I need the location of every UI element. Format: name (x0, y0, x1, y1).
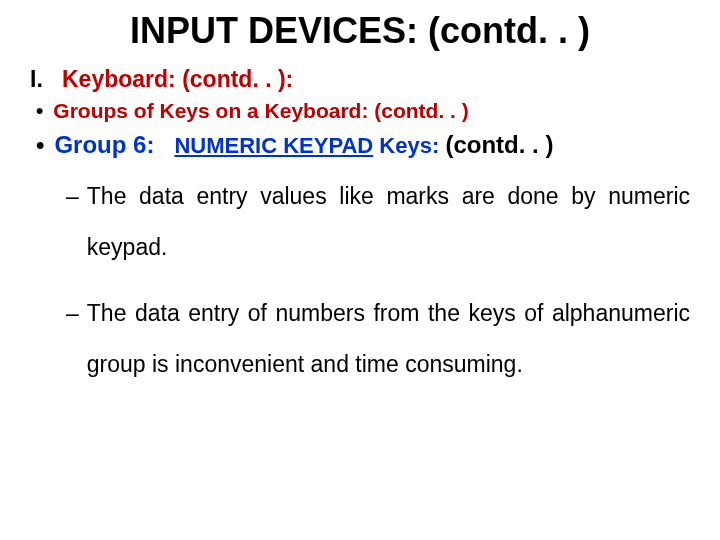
dash-icon: – (66, 288, 79, 339)
bullet-dot: • (36, 99, 43, 123)
bullet-group6: • Group 6: NUMERIC KEYPAD Keys: (contd. … (36, 131, 690, 159)
dash-icon: – (66, 171, 79, 222)
bullet-groups-of-keys: • Groups of Keys on a Keyboard: (contd. … (36, 99, 690, 123)
section-number: I. (30, 66, 62, 93)
sub-bullet-1: – The data entry values like marks are d… (66, 171, 690, 272)
group6-underlined: NUMERIC KEYPAD (174, 133, 373, 158)
group6-content: Group 6: NUMERIC KEYPAD Keys: (contd. . … (54, 131, 553, 159)
group6-prefix: Group 6: (54, 131, 154, 158)
sub-bullet-1-text: The data entry values like marks are don… (87, 171, 690, 272)
sub-bullet-2-text: The data entry of numbers from the keys … (87, 288, 690, 389)
group6-suffix: (contd. . ) (445, 131, 553, 158)
section-heading: I. Keyboard: (contd. . ): (30, 66, 690, 93)
section-label: Keyboard: (contd. . ): (62, 66, 293, 93)
bullet-dot: • (36, 131, 44, 159)
bullet-text: Groups of Keys on a Keyboard: (contd. . … (53, 99, 468, 123)
group6-mid: Keys: (373, 133, 445, 158)
sub-bullet-2: – The data entry of numbers from the key… (66, 288, 690, 389)
slide-title: INPUT DEVICES: (contd. . ) (30, 10, 690, 52)
